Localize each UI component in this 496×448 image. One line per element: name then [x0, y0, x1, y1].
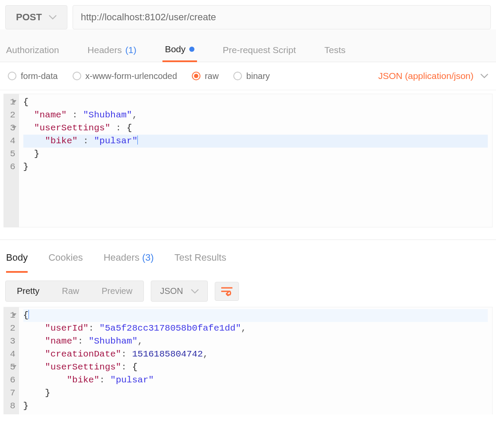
response-tab-body[interactable]: Body [6, 252, 28, 273]
headers-count: (1) [125, 45, 137, 55]
editor-gutter: 12345678 [4, 307, 19, 414]
response-toolbar: Pretty Raw Preview JSON [0, 273, 496, 307]
line-wrap-button[interactable] [215, 282, 239, 301]
http-method-dropdown[interactable]: POST [5, 5, 67, 29]
tab-tests[interactable]: Tests [322, 44, 348, 62]
response-tab-cookies[interactable]: Cookies [48, 252, 83, 273]
response-tab-test-results[interactable]: Test Results [175, 252, 226, 273]
unsaved-indicator-icon [189, 47, 194, 52]
editor-code: { "userId": "5a5f28cc3178058b0fafe1dd", … [19, 307, 492, 414]
body-type-raw[interactable]: raw [192, 71, 219, 81]
request-body-editor[interactable]: 123456 { "name" : "Shubham", "userSettin… [3, 94, 493, 227]
body-type-urlencoded[interactable]: x-www-form-urlencoded [73, 71, 177, 81]
editor-gutter: 123456 [4, 94, 19, 227]
radio-icon [192, 72, 200, 80]
tab-headers[interactable]: Headers (1) [85, 44, 139, 62]
view-mode-pretty[interactable]: Pretty [6, 281, 51, 301]
radio-icon [8, 72, 16, 80]
request-tabs: Authorization Headers (1) Body Pre-reque… [0, 29, 496, 62]
request-url-input[interactable]: http://localhost:8102/user/create [73, 5, 491, 29]
body-type-form-data[interactable]: form-data [8, 71, 58, 81]
response-tab-headers[interactable]: Headers (3) [104, 252, 154, 273]
tab-body[interactable]: Body [162, 44, 197, 62]
line-wrap-icon [221, 287, 232, 296]
chevron-down-icon [49, 15, 57, 20]
http-method-label: POST [16, 12, 42, 23]
body-type-binary[interactable]: binary [233, 71, 270, 81]
radio-icon [73, 72, 81, 80]
response-body-editor[interactable]: 12345678 { "userId": "5a5f28cc3178058b0f… [3, 307, 493, 414]
response-tabs: Body Cookies Headers (3) Test Results [0, 249, 496, 273]
chevron-down-icon [191, 289, 199, 294]
response-headers-count: (3) [142, 252, 154, 263]
chevron-down-icon [480, 73, 488, 79]
view-mode-preview[interactable]: Preview [90, 281, 143, 301]
editor-code[interactable]: { "name" : "Shubham", "userSettings" : {… [19, 94, 492, 227]
radio-icon [233, 72, 242, 80]
response-format-dropdown[interactable]: JSON [151, 281, 207, 302]
content-type-dropdown[interactable]: JSON (application/json) [378, 71, 488, 81]
tab-prerequest[interactable]: Pre-request Script [220, 44, 299, 62]
body-type-row: form-data x-www-form-urlencoded raw bina… [0, 62, 496, 90]
response-view-mode: Pretty Raw Preview [5, 281, 144, 302]
view-mode-raw[interactable]: Raw [51, 281, 90, 301]
tab-authorization[interactable]: Authorization [3, 44, 62, 62]
